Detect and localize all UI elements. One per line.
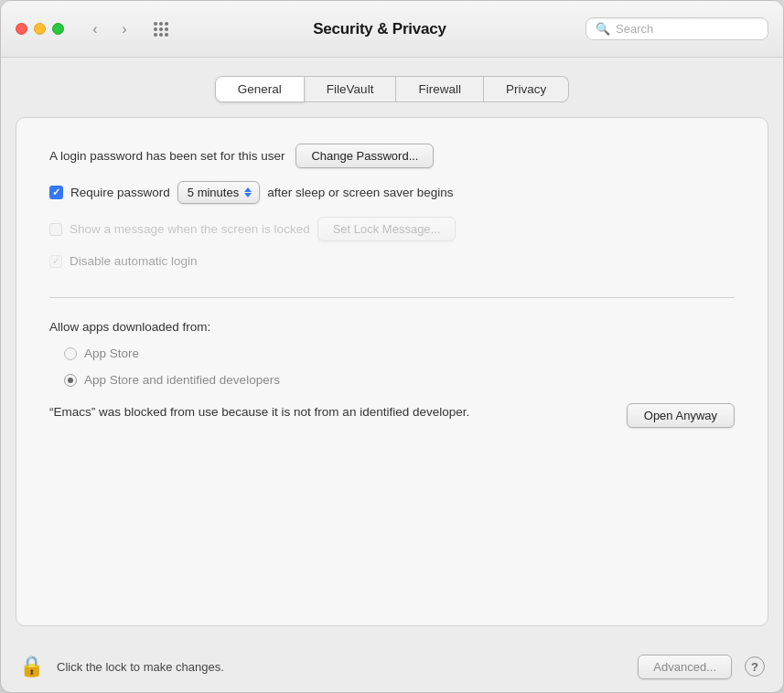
radio-appstore-identified-row: App Store and identified developers [64, 373, 735, 387]
require-password-row: Require password 5 minutes after sleep o… [49, 181, 735, 204]
require-password-checkbox[interactable] [49, 186, 63, 199]
window: ‹ › Security & Privacy 🔍 General FileVau… [0, 0, 784, 693]
password-row: A login password has been set for this u… [49, 144, 735, 168]
grid-button[interactable] [148, 16, 174, 42]
search-bar: 🔍 [585, 17, 768, 40]
tab-filevault[interactable]: FileVault [305, 76, 397, 102]
radio-appstore-identified-label: App Store and identified developers [84, 373, 280, 387]
nav-buttons: ‹ › [82, 16, 137, 42]
blocked-app-text: “Emacs” was blocked from use because it … [49, 403, 605, 421]
dropdown-arrow-icon [244, 187, 252, 197]
close-button[interactable] [16, 23, 27, 35]
tab-bar: General FileVault Firewall Privacy [16, 76, 768, 102]
maximize-button[interactable] [52, 23, 64, 35]
tab-firewall[interactable]: Firewall [396, 76, 484, 102]
password-time-dropdown[interactable]: 5 minutes [177, 181, 260, 204]
show-message-checkbox[interactable] [49, 223, 62, 236]
content: General FileVault Firewall Privacy A log… [1, 58, 783, 641]
search-input[interactable] [616, 22, 758, 36]
lock-icon[interactable]: 🔒 [19, 655, 44, 678]
window-title: Security & Privacy [185, 20, 575, 38]
show-message-label: Show a message when the screen is locked [70, 222, 310, 236]
tab-general[interactable]: General [215, 76, 305, 102]
forward-button[interactable]: › [112, 16, 137, 42]
main-panel: A login password has been set for this u… [16, 117, 768, 626]
radio-appstore-row: App Store [64, 346, 735, 360]
disable-autologin-label: Disable automatic login [70, 254, 198, 268]
back-button[interactable]: ‹ [82, 16, 108, 42]
lock-label: Click the lock to make changes. [57, 660, 625, 674]
bottom-bar: 🔒 Click the lock to make changes. Advanc… [1, 641, 783, 692]
downloads-label: Allow apps downloaded from: [49, 320, 735, 334]
section-divider [49, 297, 735, 298]
disable-autologin-checkbox[interactable] [49, 255, 62, 268]
after-sleep-label: after sleep or screen saver begins [267, 186, 453, 199]
traffic-lights [16, 23, 64, 35]
advanced-button[interactable]: Advanced... [638, 655, 732, 679]
titlebar: ‹ › Security & Privacy 🔍 [1, 1, 783, 58]
dropdown-value: 5 minutes [188, 186, 239, 199]
open-anyway-button[interactable]: Open Anyway [627, 403, 735, 428]
disable-autologin-row: Disable automatic login [49, 254, 735, 268]
tab-privacy[interactable]: Privacy [484, 76, 569, 102]
show-message-row: Show a message when the screen is locked… [49, 217, 735, 241]
set-lock-message-button[interactable]: Set Lock Message... [317, 217, 456, 241]
search-icon: 🔍 [596, 22, 610, 36]
password-set-label: A login password has been set for this u… [49, 149, 285, 163]
require-password-label: Require password [70, 186, 170, 199]
change-password-button[interactable]: Change Password... [295, 144, 434, 168]
radio-appstore-label: App Store [84, 346, 139, 360]
blocked-app-row: “Emacs” was blocked from use because it … [49, 403, 735, 428]
radio-appstore-identified[interactable] [64, 374, 77, 387]
downloads-section: Allow apps downloaded from: App Store Ap… [49, 320, 735, 428]
password-section: A login password has been set for this u… [49, 144, 735, 293]
minimize-button[interactable] [34, 23, 46, 35]
help-button[interactable]: ? [745, 656, 765, 677]
radio-appstore[interactable] [64, 347, 77, 360]
grid-icon [154, 22, 168, 37]
